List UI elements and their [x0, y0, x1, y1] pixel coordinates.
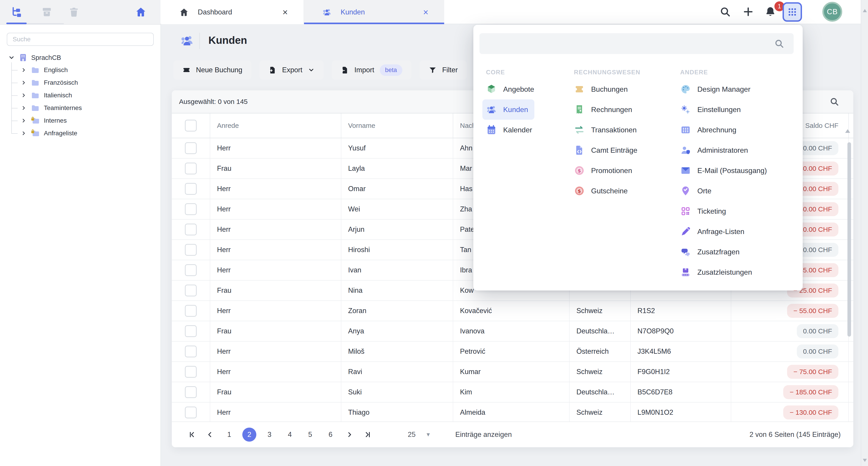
tree-root-sprachcb[interactable]: SprachCB — [0, 52, 160, 64]
previous-page-button[interactable] — [204, 429, 216, 441]
page-button-3[interactable]: 3 — [262, 428, 277, 442]
chevron-right-icon[interactable] — [21, 67, 27, 73]
last-page-button[interactable] — [362, 429, 374, 441]
svg-text:$: $ — [578, 168, 581, 173]
page-button-4[interactable]: 4 — [283, 428, 297, 442]
launcher-item-orte[interactable]: Orte — [677, 181, 718, 201]
folder-tree: SprachCB EnglischFranzösischItalienischT… — [0, 52, 160, 140]
row-checkbox[interactable] — [185, 244, 197, 256]
cube-icon — [486, 84, 497, 95]
tree-item-anfrageliste[interactable]: Anfrageliste — [11, 127, 160, 140]
launcher-item-einstellungen[interactable]: Einstellungen — [677, 99, 747, 120]
sidebar-search-input[interactable] — [7, 33, 154, 46]
archive-icon[interactable] — [41, 6, 53, 18]
chevron-down-icon[interactable] — [8, 54, 15, 61]
close-icon[interactable]: × — [283, 8, 288, 17]
row-checkbox[interactable] — [185, 224, 197, 235]
launcher-item-anfrage-listen[interactable]: Anfrage-Listen — [677, 221, 751, 242]
page-button-5[interactable]: 5 — [303, 428, 317, 442]
avatar[interactable]: CB — [822, 2, 842, 22]
row-select-cell — [172, 138, 210, 158]
row-checkbox[interactable] — [185, 407, 197, 418]
launcher-item-kunden[interactable]: Kunden — [483, 99, 534, 120]
select-all-checkbox[interactable] — [185, 120, 197, 131]
launcher-item-angebote[interactable]: Angebote — [483, 79, 540, 99]
launcher-item-zusatzfragen[interactable]: Zusatzfragen — [677, 242, 746, 262]
row-checkbox[interactable] — [185, 386, 197, 398]
launcher-item-administratoren[interactable]: Administratoren — [677, 140, 754, 160]
row-select-cell — [172, 341, 210, 361]
tree-item-englisch[interactable]: Englisch — [11, 64, 160, 76]
launcher-item-e-mail-postausgang-[interactable]: E-Mail (Postausgang) — [677, 160, 773, 181]
table-cell: Kumar — [453, 362, 569, 382]
page-button-2[interactable]: 2 — [242, 428, 256, 442]
launcher-item-gutscheine[interactable]: $Gutscheine — [570, 181, 634, 201]
launcher-item-buchungen[interactable]: Buchungen — [570, 79, 634, 99]
tree-item-teaminternes[interactable]: Teaminternes — [11, 102, 160, 114]
chevron-right-icon[interactable] — [21, 80, 27, 86]
launcher-item-design-manager[interactable]: Design Manager — [677, 79, 757, 99]
row-select-cell — [172, 321, 210, 341]
tab-label: Kunden — [341, 8, 365, 16]
launcher-item-camt-einträge[interactable]: Camt Einträge — [570, 140, 644, 160]
export-button[interactable]: Export — [259, 60, 324, 80]
filter-button[interactable]: Filter — [420, 60, 467, 80]
row-checkbox[interactable] — [185, 366, 197, 378]
tree-view-icon[interactable] — [11, 6, 22, 18]
row-checkbox[interactable] — [185, 142, 197, 154]
table-row[interactable]: HerrThiagoAlmeidaSchweizL9M0N1O2− 130.00… — [172, 402, 853, 423]
close-icon[interactable]: × — [423, 8, 428, 17]
table-row[interactable]: HerrZoranKovačevićSchweizR1S2− 55.00 CHF — [172, 301, 853, 321]
scroll-up-arrow[interactable] — [863, 9, 867, 12]
import-button[interactable]: Import beta — [332, 60, 411, 80]
home-icon[interactable] — [135, 6, 147, 18]
page-size-select[interactable]: 25 ▼ — [408, 431, 431, 439]
launcher-item-transaktionen[interactable]: Transaktionen — [570, 120, 643, 140]
app-launcher-button[interactable] — [782, 2, 802, 22]
row-checkbox[interactable] — [185, 264, 197, 276]
row-checkbox[interactable] — [185, 305, 197, 317]
table-row[interactable]: FrauSukiKimDeutschla…B5C6D7E8− 185.00 CH… — [172, 382, 853, 402]
chevron-right-icon[interactable] — [21, 130, 27, 136]
header-select-all[interactable] — [172, 113, 210, 138]
search-icon[interactable] — [719, 6, 731, 18]
page-button-1[interactable]: 1 — [222, 428, 237, 442]
row-checkbox[interactable] — [185, 325, 197, 337]
row-checkbox[interactable] — [185, 203, 197, 215]
neue-buchung-button[interactable]: Neue Buchung — [174, 60, 251, 80]
first-page-button[interactable] — [186, 429, 198, 441]
launcher-item-ticketing[interactable]: Ticketing — [677, 201, 733, 221]
launcher-search-input[interactable] — [479, 33, 794, 54]
table-row[interactable]: HerrRaviKumarSchweizF9G0H1I2− 75.00 CHF — [172, 362, 853, 382]
launcher-item-rechnungen[interactable]: Rechnungen — [570, 99, 638, 120]
chevron-right-icon[interactable] — [21, 118, 27, 124]
scroll-up-arrow[interactable] — [845, 129, 850, 133]
launcher-item-promotionen[interactable]: $Promotionen — [570, 160, 638, 181]
row-checkbox[interactable] — [185, 163, 197, 174]
launcher-item-label: Orte — [698, 187, 711, 195]
chevron-right-icon[interactable] — [21, 92, 27, 98]
next-page-button[interactable] — [344, 429, 356, 441]
tree-item-internes[interactable]: Internes — [11, 114, 160, 127]
tab-kunden[interactable]: Kunden × — [304, 0, 444, 24]
tree-item-italienisch[interactable]: Italienisch — [11, 89, 160, 102]
launcher-item-kalender[interactable]: Kalender — [483, 120, 538, 140]
tab-dashboard[interactable]: Dashboard × — [161, 0, 304, 24]
table-row[interactable]: HerrMilošPetrovićÖsterreichJ3K4L5M60.00 … — [172, 341, 853, 362]
funnel-icon — [429, 66, 437, 74]
chevron-right-icon[interactable] — [21, 105, 27, 111]
search-icon[interactable] — [829, 97, 839, 107]
tree-item-französisch[interactable]: Französisch — [11, 76, 160, 89]
plus-icon[interactable] — [742, 6, 754, 18]
page-button-6[interactable]: 6 — [323, 428, 338, 442]
trash-icon[interactable] — [68, 6, 80, 18]
row-checkbox[interactable] — [185, 345, 197, 357]
launcher-item-zusatzleistungen[interactable]: Zusatzleistungen — [677, 262, 758, 282]
table-row[interactable]: FrauAnyaIvanovaDeutschla…N7O8P9Q00.00 CH… — [172, 321, 853, 341]
table-scrollbar[interactable] — [847, 142, 851, 337]
row-checkbox[interactable] — [185, 183, 197, 195]
row-checkbox[interactable] — [185, 285, 197, 296]
launcher-item-abrechnung[interactable]: Abrechnung — [677, 120, 743, 140]
scroll-down-arrow[interactable] — [863, 459, 867, 462]
window-scrollbar[interactable] — [861, 0, 868, 466]
